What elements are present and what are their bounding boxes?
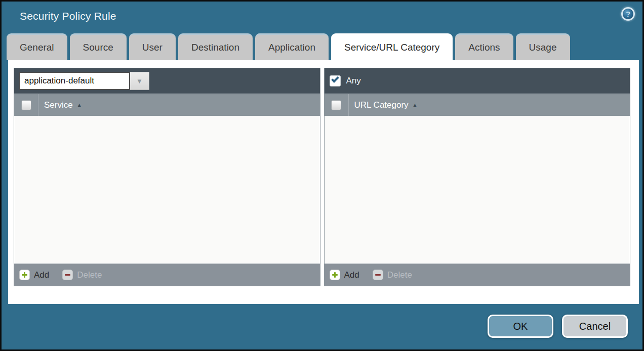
url-category-grid-header: URL Category ▲ (325, 94, 630, 116)
url-category-select-all-cell (325, 94, 349, 116)
delete-label: Delete (387, 270, 412, 280)
sort-asc-icon: ▲ (412, 102, 418, 109)
tab-source[interactable]: Source (70, 33, 127, 60)
url-category-panel: Any URL Category ▲ Add (324, 68, 631, 286)
service-column-header[interactable]: Service ▲ (44, 100, 83, 110)
url-category-toolbar: Any (325, 68, 630, 94)
dialog-action-buttons: OK Cancel (488, 315, 628, 338)
title-bar: Security Policy Rule ? (2, 2, 642, 33)
minus-icon (373, 270, 383, 280)
add-label: Add (344, 270, 359, 280)
tab-destination[interactable]: Destination (178, 33, 253, 60)
service-footer: Add Delete (14, 264, 320, 286)
tab-user[interactable]: User (129, 33, 176, 60)
plus-icon (19, 270, 30, 280)
tab-general[interactable]: General (7, 33, 67, 60)
tab-application[interactable]: Application (255, 33, 329, 60)
help-icon[interactable]: ? (621, 7, 635, 21)
url-category-footer: Add Delete (325, 264, 630, 286)
service-add-button[interactable]: Add (19, 270, 49, 280)
tab-service-url-category[interactable]: Service/URL Category (331, 33, 453, 60)
chevron-down-icon[interactable]: ▼ (130, 72, 149, 90)
service-select-all-checkbox[interactable] (21, 100, 31, 110)
tab-actions[interactable]: Actions (455, 33, 513, 60)
any-checkbox[interactable] (330, 75, 341, 86)
url-category-list (325, 116, 630, 264)
url-category-column-header[interactable]: URL Category ▲ (354, 100, 418, 110)
dialog-title: Security Policy Rule (20, 10, 116, 22)
url-category-delete-button[interactable]: Delete (373, 270, 412, 280)
sort-asc-icon: ▲ (76, 102, 83, 109)
cancel-button[interactable]: Cancel (562, 315, 628, 338)
add-label: Add (34, 270, 49, 280)
service-delete-button[interactable]: Delete (62, 270, 102, 280)
plus-icon (330, 270, 340, 280)
service-panel: application-default ▼ Service ▲ Add (14, 68, 320, 286)
delete-label: Delete (77, 270, 102, 280)
minus-icon (62, 270, 73, 280)
service-toolbar: application-default ▼ (14, 68, 320, 94)
any-row: Any (330, 75, 361, 86)
service-select-all-cell (14, 94, 38, 116)
service-type-dropdown[interactable]: application-default ▼ (19, 72, 149, 90)
tab-content: application-default ▼ Service ▲ Add (8, 60, 639, 304)
checkmark-icon (331, 75, 339, 83)
security-policy-rule-dialog: Security Policy Rule ? General Source Us… (0, 0, 644, 351)
service-list (14, 116, 320, 264)
service-column-label: Service (44, 100, 73, 110)
service-type-value[interactable]: application-default (19, 72, 130, 90)
url-category-column-label: URL Category (354, 100, 409, 110)
service-grid-header: Service ▲ (14, 94, 320, 116)
url-category-add-button[interactable]: Add (330, 270, 359, 280)
ok-button[interactable]: OK (488, 315, 553, 338)
tab-bar: General Source User Destination Applicat… (7, 33, 637, 60)
url-category-select-all-checkbox[interactable] (331, 100, 341, 110)
tab-usage[interactable]: Usage (516, 33, 570, 60)
any-label: Any (346, 76, 361, 86)
